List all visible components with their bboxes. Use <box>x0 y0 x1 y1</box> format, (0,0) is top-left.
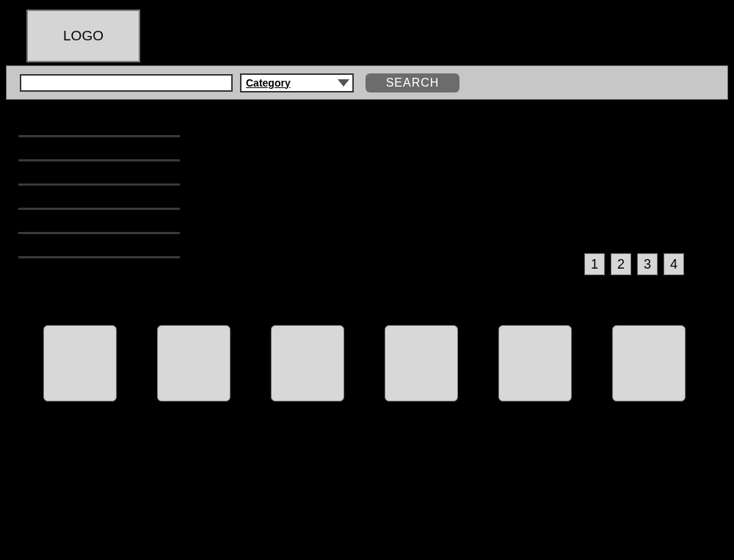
category-select[interactable]: Category <box>240 73 354 92</box>
page-number: 2 <box>617 257 625 272</box>
sidebar-links <box>18 135 180 280</box>
sidebar-link[interactable] <box>18 256 180 258</box>
product-tile[interactable] <box>43 325 117 401</box>
page-number: 3 <box>644 257 651 272</box>
search-input[interactable] <box>20 74 233 92</box>
sidebar-link[interactable] <box>18 208 180 210</box>
chevron-down-icon <box>338 79 349 87</box>
product-tile[interactable] <box>612 325 686 401</box>
product-tile[interactable] <box>271 325 344 401</box>
sidebar-link[interactable] <box>18 232 180 234</box>
search-button-label: SEARCH <box>386 76 440 89</box>
sidebar-link[interactable] <box>18 183 180 186</box>
category-label: Category <box>246 77 291 89</box>
product-tiles <box>43 325 686 401</box>
pagination: 1 2 3 4 <box>584 253 684 275</box>
product-tile[interactable] <box>385 325 458 401</box>
page-button-4[interactable]: 4 <box>664 253 684 275</box>
logo-label: LOGO <box>63 28 103 44</box>
page-number: 4 <box>670 257 677 272</box>
logo[interactable]: LOGO <box>26 10 140 62</box>
search-button[interactable]: SEARCH <box>366 73 459 92</box>
page-button-1[interactable]: 1 <box>584 253 605 275</box>
search-bar: Category SEARCH <box>6 65 728 100</box>
page-number: 1 <box>591 257 598 272</box>
product-tile[interactable] <box>498 325 572 401</box>
page-button-2[interactable]: 2 <box>611 253 631 275</box>
page-button-3[interactable]: 3 <box>637 253 658 275</box>
product-tile[interactable] <box>157 325 230 401</box>
sidebar-link[interactable] <box>18 135 180 137</box>
sidebar-link[interactable] <box>18 159 180 161</box>
